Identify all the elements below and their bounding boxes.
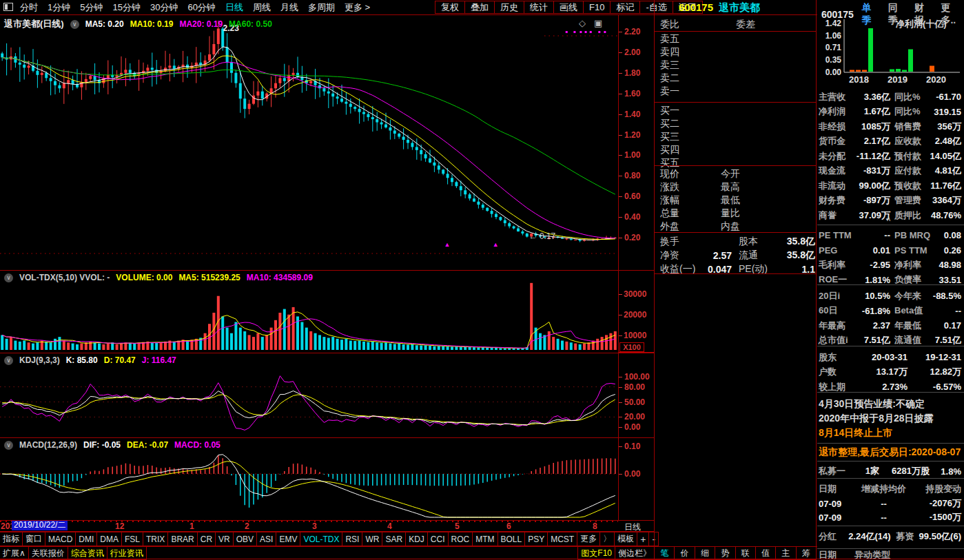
mini-tab-3[interactable]: 细	[695, 546, 715, 560]
indicator-tab-trix[interactable]: TRIX	[143, 532, 168, 546]
period-menu-item-8[interactable]: 周线	[248, 1, 276, 14]
window-icon[interactable]	[3, 3, 13, 11]
indicator-tab-更多[interactable]: 更多	[577, 532, 600, 546]
indicator-tab-dma[interactable]: DMA	[96, 532, 122, 546]
period-menu-item-2[interactable]: 1分钟	[43, 1, 75, 14]
period-menu-item-6[interactable]: 60分钟	[183, 1, 220, 14]
indicator-tab-mtm[interactable]: MTM	[472, 532, 498, 546]
timeline-month-mark: 4	[387, 521, 392, 531]
kdj-chart[interactable]	[0, 353, 618, 437]
financial-row-1-label2: 同比%	[894, 91, 927, 103]
period-menu-item-4[interactable]: 15分钟	[107, 1, 145, 14]
mini-tab-2[interactable]: 价	[674, 546, 695, 560]
collapse-kdj-icon[interactable]: ∨	[4, 356, 13, 365]
indicator-tab-brar[interactable]: BRAR	[167, 532, 197, 546]
diamond-style-icon[interactable]: ◇	[579, 18, 586, 28]
holding-col-price: 增减持均价	[854, 483, 913, 495]
mini-tab-8[interactable]: 筹	[796, 546, 817, 560]
indicator-tab-rsi[interactable]: RSI	[342, 532, 362, 546]
period-menu-item-10[interactable]: 多周期	[303, 1, 340, 14]
indicator-tab-vol-tdx[interactable]: VOL-TDX	[300, 532, 342, 546]
tool-button-1[interactable]: 复权	[435, 1, 465, 14]
financial-row-8-value2: 3364万	[927, 194, 961, 207]
indicator-tab-dmi[interactable]: DMI	[75, 532, 97, 546]
indicator-tab-obv[interactable]: OBV	[233, 532, 257, 546]
private-fund-count: 1家	[853, 465, 879, 477]
financial-row-2-label1: 净利润	[819, 105, 854, 118]
graphic-f10-button[interactable]: 图文F10	[577, 546, 615, 560]
period-menu-item-5[interactable]: 30分钟	[145, 1, 183, 14]
indicator-tab-fsl[interactable]: FSL	[121, 532, 143, 546]
main-price-chart[interactable]	[0, 15, 618, 270]
financial-row-3-label2: 销售费	[894, 121, 927, 133]
bottom-item-1[interactable]: 扩展∧	[0, 546, 29, 560]
collapse-volume-icon[interactable]: ∨	[4, 273, 13, 282]
valuation-row-3-label2: 净利率	[894, 259, 927, 271]
indicator-tab-psy[interactable]: PSY	[524, 532, 548, 546]
indicator-tab-roc[interactable]: ROC	[448, 532, 473, 546]
mini-tab-1[interactable]: 笔	[654, 546, 675, 560]
collapse-main-icon[interactable]: ∨	[70, 20, 79, 29]
tool-button-8[interactable]: -自选	[639, 1, 673, 14]
period-menu-item-1[interactable]: 分时	[15, 1, 43, 14]
tool-button-5[interactable]: 画线	[553, 1, 584, 14]
delist-notice-line[interactable]: 退市整理,最后交易日:2020-08-07	[819, 446, 961, 459]
stat-left-label: 涨跌	[660, 181, 721, 194]
period-menu-item-7[interactable]: 日线	[221, 1, 248, 14]
detail-left-label: 净资	[660, 249, 696, 262]
sidebar-toggle-button[interactable]: 侧边栏》	[615, 546, 655, 560]
dividend-label: 分红	[819, 530, 840, 543]
mini-chart-ytick: 1.06	[818, 31, 841, 41]
mini-tab-7[interactable]: 主	[775, 546, 796, 560]
volume-chart[interactable]	[0, 270, 618, 353]
tool-button-4[interactable]: 统计	[524, 1, 554, 14]
indicator-tab-asi[interactable]: ASI	[256, 532, 276, 546]
news-line-3[interactable]: 8月14日终止上市	[819, 427, 892, 439]
tool-button-3[interactable]: 历史	[494, 1, 524, 14]
timeline-bar[interactable]: 2012019/10/22/二121234568	[0, 520, 655, 531]
panel-border-v	[618, 15, 619, 520]
indicator-tab-emv[interactable]: EMV	[276, 532, 300, 546]
collapse-macd-icon[interactable]: ∨	[4, 441, 13, 450]
indicator-tab-sar[interactable]: SAR	[382, 532, 406, 546]
financial-row-7-label1: 非流动	[819, 180, 854, 192]
kdj-axis-label: 100.00	[624, 373, 650, 381]
tool-button-7[interactable]: 标记	[610, 1, 640, 14]
mini-tab-4[interactable]: 势	[715, 546, 735, 560]
indicator-tab-boll[interactable]: BOLL	[498, 532, 526, 546]
period-menu-item-3[interactable]: 5分钟	[75, 1, 107, 14]
bottom-item-4[interactable]: 行业资讯	[107, 546, 147, 560]
zoom-in-button[interactable]: +	[637, 532, 649, 546]
indicator-tab-窗口[interactable]: 窗口	[22, 532, 45, 546]
mini-tab-6[interactable]: 值	[755, 546, 776, 560]
indicator-tab-cci[interactable]: CCI	[427, 532, 449, 546]
bottom-item-2[interactable]: 关联报价	[28, 546, 68, 560]
mini-tab-5[interactable]: 联	[735, 546, 756, 560]
news-line-1[interactable]: 4月30日预告业绩:不确定	[819, 398, 925, 411]
buy-level-label: 买二	[660, 118, 679, 130]
indicator-tab-vr[interactable]: VR	[215, 532, 234, 546]
performance-row-3-value1: 2.37	[854, 320, 890, 331]
private-fund-shares: 6281万股	[879, 465, 930, 477]
indicator-tab-cr[interactable]: CR	[197, 532, 216, 546]
detail-right-label: 流通	[739, 249, 775, 262]
tool-button-2[interactable]: 叠加	[464, 1, 495, 14]
bottom-item-3[interactable]: 综合资讯	[68, 546, 107, 560]
layout-style-icon[interactable]: ▣	[594, 18, 602, 28]
news-line-2[interactable]: 2020年中报于8月28日披露	[819, 413, 934, 425]
tool-button-6[interactable]: F10	[583, 1, 611, 14]
indicator-tab-kdj[interactable]: KDJ	[405, 532, 428, 546]
indicator-tab-wr[interactable]: WR	[362, 532, 382, 546]
stat-left-label: 涨幅	[660, 194, 721, 207]
indicator-tab--[interactable]: 〉	[599, 532, 615, 546]
period-menu-item-9[interactable]: 月线	[276, 1, 303, 14]
macd-chart[interactable]	[0, 437, 618, 520]
kdj-label-4: J: 116.47	[142, 355, 176, 365]
indicator-tab-mcst[interactable]: MCST	[547, 532, 577, 546]
top-menu-bar: 分时1分钟5分钟15分钟30分钟60分钟日线周线月线多周期更多 > 复权叠加历史…	[0, 0, 964, 14]
indicator-tab-macd[interactable]: MACD	[45, 532, 76, 546]
indicator-tab-指标[interactable]: 指标	[0, 532, 23, 546]
template-tab[interactable]: 模板	[614, 532, 637, 546]
collapse-financial-arrow[interactable]: ∧	[886, 215, 891, 222]
period-menu-item-11[interactable]: 更多 >	[340, 1, 375, 14]
